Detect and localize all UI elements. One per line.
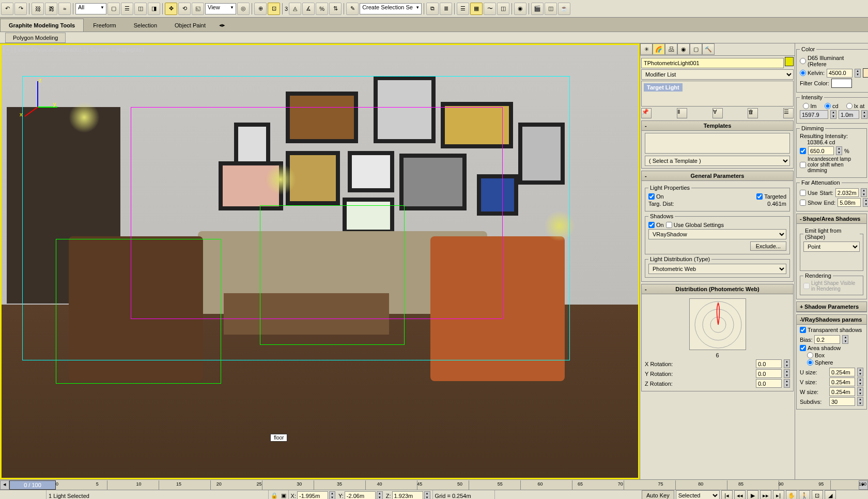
xrot-input[interactable]: [756, 359, 782, 368]
kelvin-radio[interactable]: [800, 70, 806, 76]
light-on-checkbox[interactable]: [648, 193, 655, 200]
tab-objectpaint[interactable]: Object Paint: [166, 19, 214, 32]
prev-frame-icon[interactable]: ◂◂: [734, 490, 746, 499]
stack-item[interactable]: Target Light: [644, 83, 683, 92]
use-global-checkbox[interactable]: [666, 222, 672, 228]
goto-end-icon[interactable]: ▸|: [773, 490, 784, 499]
shape-shadows-rollout[interactable]: -Shape/Area Shadows: [797, 214, 866, 224]
viewport-label[interactable]: [ + ] [ VRayPhysicalCamera001 ] [ Smooth…: [3, 47, 144, 53]
shadows-on-checkbox[interactable]: [648, 222, 655, 228]
selection-filter-dropdown[interactable]: All: [75, 3, 106, 14]
manipulate-icon[interactable]: ⊕: [254, 3, 267, 15]
sphere-radio[interactable]: [807, 359, 813, 366]
move-gizmo[interactable]: zyx: [17, 76, 58, 117]
window-crossing-icon[interactable]: ◨: [148, 3, 160, 15]
distribution-select[interactable]: Photometric Web: [648, 264, 786, 274]
web-distribution-preview[interactable]: [689, 298, 746, 350]
curve-editor-icon[interactable]: 〜: [484, 3, 496, 15]
align-icon[interactable]: ≣: [440, 3, 452, 15]
bind-icon[interactable]: ≈: [58, 3, 71, 15]
box-radio[interactable]: [807, 352, 813, 358]
tab-graphite[interactable]: Graphite Modeling Tools: [0, 19, 84, 32]
shadow-params-rollout[interactable]: +Shadow Parameters: [797, 302, 866, 312]
filter-color-swatch[interactable]: [831, 79, 852, 88]
modifier-stack[interactable]: Target Light: [641, 81, 794, 107]
wsize-input[interactable]: [829, 387, 855, 396]
d65-radio[interactable]: [800, 58, 806, 64]
vsize-input[interactable]: [829, 377, 855, 386]
percent-snap-icon[interactable]: %: [316, 3, 328, 15]
emit-shape-select[interactable]: Point: [803, 241, 860, 252]
lm-radio[interactable]: [803, 103, 809, 109]
walk-icon[interactable]: 🚶: [799, 490, 810, 499]
templates-rollout[interactable]: -Templates: [642, 121, 793, 131]
layers-icon[interactable]: ☰: [457, 3, 469, 15]
select-icon[interactable]: ▢: [107, 3, 120, 15]
dim-pct-input[interactable]: [808, 146, 834, 155]
template-select[interactable]: ( Select a Template ): [645, 156, 790, 166]
exclude-button[interactable]: Exclude...: [750, 241, 786, 251]
scale-icon[interactable]: ◱: [192, 3, 204, 15]
time-slider[interactable]: 0 / 100: [9, 480, 56, 490]
redo-icon[interactable]: ↷: [14, 3, 27, 15]
remove-mod-icon[interactable]: 🗑: [748, 108, 758, 118]
usize-input[interactable]: [829, 368, 855, 376]
schematic-icon[interactable]: ◫: [497, 3, 509, 15]
play-icon[interactable]: ▶: [747, 490, 758, 499]
incand-checkbox[interactable]: [800, 162, 806, 168]
subdivs-input[interactable]: [829, 397, 855, 406]
zoom-ext-icon[interactable]: ⊡: [812, 490, 823, 499]
cd-radio[interactable]: [825, 103, 831, 109]
atten-use-checkbox[interactable]: [800, 190, 806, 196]
template-list[interactable]: [645, 133, 790, 154]
bias-input[interactable]: [814, 335, 840, 344]
lxat-radio[interactable]: [846, 103, 853, 109]
zrot-input[interactable]: [756, 379, 782, 388]
atten-start-input[interactable]: [835, 188, 859, 197]
angle-snap-icon[interactable]: ∡: [302, 3, 315, 15]
create-tab-icon[interactable]: ✳: [640, 43, 653, 55]
autokey-button[interactable]: Auto Key: [642, 490, 674, 499]
targeted-checkbox[interactable]: [756, 193, 763, 200]
modify-tab-icon[interactable]: 🌈: [653, 43, 665, 55]
atten-show-checkbox[interactable]: [800, 200, 806, 206]
select-name-icon[interactable]: ☰: [121, 3, 133, 15]
undo-icon[interactable]: ↶: [1, 3, 13, 15]
lock-icon[interactable]: 🔒: [271, 492, 278, 499]
xrot-spinner[interactable]: ▲▼: [784, 359, 790, 368]
hierarchy-tab-icon[interactable]: 品: [665, 43, 677, 55]
atten-end-input[interactable]: [838, 198, 861, 207]
named-selection-dropdown[interactable]: Create Selection Se: [360, 3, 422, 14]
vrayshadow-rollout[interactable]: -VRayShadows params: [797, 315, 866, 325]
pin-stack-icon[interactable]: 📌: [641, 108, 652, 118]
subtab-polygon[interactable]: Polygon Modeling: [5, 33, 66, 43]
dim-enable-checkbox[interactable]: [800, 148, 806, 154]
yrot-spinner[interactable]: ▲▼: [784, 369, 790, 378]
layer-explorer-icon[interactable]: ▦: [470, 3, 483, 15]
spinner-snap-icon[interactable]: ⇅: [329, 3, 342, 15]
material-editor-icon[interactable]: ◉: [514, 3, 526, 15]
distribution-rollout[interactable]: -Distribution (Photometric Web): [642, 284, 793, 294]
time-scroll-left[interactable]: ◂: [0, 480, 9, 490]
render-icon[interactable]: ☕: [558, 3, 570, 15]
rotate-icon[interactable]: ⟲: [178, 3, 191, 15]
pan-icon[interactable]: ✋: [786, 490, 797, 499]
render-frame-icon[interactable]: ◫: [545, 3, 557, 15]
area-shadow-checkbox[interactable]: [800, 345, 806, 351]
coord-y-input[interactable]: [345, 491, 376, 500]
pivot-icon[interactable]: ◎: [237, 3, 250, 15]
fov-icon[interactable]: ◢: [825, 490, 836, 499]
utilities-tab-icon[interactable]: 🔨: [702, 43, 715, 55]
zrot-spinner[interactable]: ▲▼: [784, 379, 790, 388]
render-setup-icon[interactable]: 🎬: [531, 3, 544, 15]
next-frame-icon[interactable]: ▸▸: [760, 490, 771, 499]
unlink-icon[interactable]: ⛓̸: [45, 3, 57, 15]
isolate-icon[interactable]: ▣: [281, 492, 286, 499]
region-rect-icon[interactable]: ◫: [134, 3, 147, 15]
show-end-icon[interactable]: Ⅱ: [677, 108, 687, 118]
object-name-field[interactable]: [641, 58, 784, 68]
link-icon[interactable]: ⛓: [32, 3, 44, 15]
transp-shadow-checkbox[interactable]: [800, 327, 806, 333]
snap-toggle-icon[interactable]: ◬: [289, 3, 301, 15]
edit-named-sel-icon[interactable]: ✎: [346, 3, 359, 15]
